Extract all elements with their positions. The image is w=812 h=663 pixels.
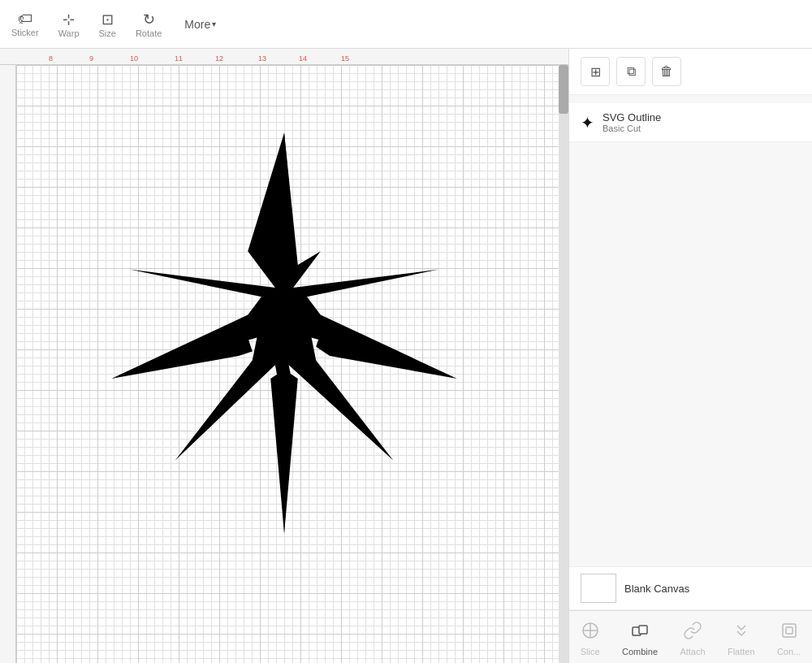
ruler-top: 8 9 10 11 12 13 14 15 — [0, 49, 568, 65]
blank-canvas-label: Blank Canvas — [624, 583, 689, 595]
bottom-toolbar: Slice Combine Attach Flatten Con... — [569, 610, 812, 663]
ruler-mark-12: 12 — [215, 54, 223, 63]
rotate-tool[interactable]: ↻ Rotate — [136, 11, 162, 38]
attach-icon — [683, 621, 702, 645]
contour-tool[interactable]: Con... — [771, 618, 807, 660]
slice-icon — [581, 621, 600, 645]
rotate-label: Rotate — [136, 28, 162, 38]
attach-tool[interactable]: Attach — [673, 618, 711, 660]
layer-sub: Basic Cut — [603, 124, 801, 133]
duplicate-icon: ⧉ — [627, 64, 636, 79]
grid-canvas[interactable] — [16, 65, 559, 663]
tool-group-warp: ⊹ Warp — [55, 11, 83, 38]
delete-icon: 🗑 — [660, 64, 673, 79]
size-label: Size — [99, 28, 116, 38]
svg-rect-6 — [786, 627, 793, 634]
rotate-icon: ↻ — [143, 11, 155, 28]
layer-info: SVG Outline Basic Cut — [603, 111, 801, 133]
more-arrow-icon: ▾ — [212, 20, 216, 28]
flatten-icon — [732, 621, 751, 645]
tool-group-size: ⊡ Size — [96, 11, 119, 38]
sticker-icon: 🏷 — [18, 11, 32, 28]
combine-icon — [630, 621, 650, 645]
sticker-label: Sticker — [11, 28, 39, 37]
duplicate-button[interactable]: ⧉ — [616, 57, 646, 86]
warp-icon: ⊹ — [63, 11, 75, 28]
layer-name: SVG Outline — [603, 111, 801, 124]
group-icon: ⊞ — [590, 64, 601, 80]
svg-rect-5 — [783, 624, 796, 637]
layers-content: ✦ SVG Outline Basic Cut — [569, 95, 812, 566]
right-panel: Layers Color Sync ✕ ⊞ ⧉ 🗑 ✦ SVG Outline … — [568, 0, 812, 663]
blank-canvas-thumbnail — [581, 574, 616, 603]
spike-right — [316, 333, 457, 379]
attach-label: Attach — [680, 647, 705, 656]
ruler-mark-8: 8 — [49, 54, 53, 63]
warp-label: Warp — [58, 28, 80, 38]
svg-rect-4 — [639, 626, 647, 634]
flatten-tool[interactable]: Flatten — [721, 618, 762, 660]
scrollbar-thumb[interactable] — [559, 65, 568, 114]
size-icon: ⊡ — [102, 11, 114, 28]
ruler-left — [0, 65, 16, 663]
scrollbar-right[interactable] — [559, 65, 568, 663]
blank-canvas-bar[interactable]: Blank Canvas — [569, 566, 812, 610]
star-svg[interactable] — [57, 106, 512, 561]
delete-button[interactable]: 🗑 — [652, 57, 681, 86]
top-toolbar: 🏷 Sticker ⊹ Warp ⊡ Size ↻ Rotate More ▾ — [0, 0, 812, 49]
layer-svg-outline[interactable]: ✦ SVG Outline Basic Cut — [569, 103, 812, 142]
slice-label: Slice — [581, 647, 600, 656]
more-button[interactable]: More ▾ — [178, 15, 222, 34]
tool-group-rotate: ↻ Rotate — [132, 11, 165, 38]
sticker-tool[interactable]: 🏷 Sticker — [11, 11, 39, 37]
spike-left — [111, 338, 253, 379]
tool-group-sticker: 🏷 Sticker — [8, 11, 42, 37]
ruler-mark-15: 15 — [341, 54, 349, 63]
canvas-area: 8 9 10 11 12 13 14 15 — [0, 49, 568, 663]
combine-label: Combine — [622, 647, 658, 656]
group-button[interactable]: ⊞ — [581, 57, 610, 86]
ruler-mark-11: 11 — [175, 54, 183, 63]
ruler-mark-13: 13 — [258, 54, 266, 63]
ruler-mark-9: 9 — [89, 54, 93, 63]
contour-icon — [780, 621, 799, 645]
star-center — [259, 298, 310, 349]
spike-bottom — [270, 370, 298, 534]
flatten-label: Flatten — [728, 647, 755, 656]
ruler-mark-10: 10 — [130, 54, 138, 63]
panel-toolbar: ⊞ ⧉ 🗑 — [569, 49, 812, 95]
contour-label: Con... — [777, 647, 801, 656]
ruler-mark-14: 14 — [299, 54, 307, 63]
combine-tool[interactable]: Combine — [615, 618, 664, 660]
svg-outline-icon: ✦ — [581, 113, 594, 132]
slice-tool[interactable]: Slice — [574, 618, 607, 660]
warp-tool[interactable]: ⊹ Warp — [58, 11, 80, 38]
size-tool[interactable]: ⊡ Size — [99, 11, 116, 38]
more-label: More — [184, 18, 210, 31]
